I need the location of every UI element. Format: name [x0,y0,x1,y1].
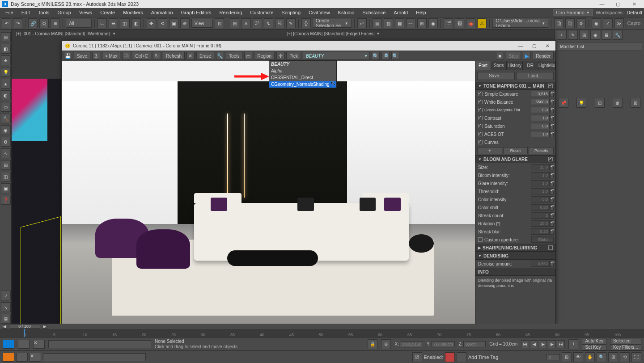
material-editor[interactable]: ◉ [428,18,438,28]
ls-icon[interactable]: ↘ [1,302,11,312]
select-name-button[interactable]: ☰ [109,18,118,28]
pivot-button[interactable]: ⊡ [215,18,224,28]
menu-views[interactable]: Views [76,9,96,16]
ls-icon[interactable]: ★ [1,55,11,65]
ls-icon[interactable]: ◫ [1,172,11,182]
select-rect-button[interactable]: ◫ [120,18,129,28]
ls-icon[interactable]: ⊞ [1,160,11,170]
dd-item-direct[interactable]: CESSENTIAL_Direct [269,74,336,81]
nav-icon[interactable]: ⊞ [608,352,618,362]
vfb-close[interactable]: ✕ [542,43,553,48]
save-button[interactable]: Save [74,52,90,60]
named-sel-dropdown[interactable]: Create Selection Se▼ [313,19,352,28]
menu-rendering[interactable]: Rendering [216,9,246,16]
spinner[interactable]: ▴▾ [550,115,554,121]
goto-start[interactable]: ⏮ [521,340,529,348]
settings-icon[interactable]: ⚙ [576,18,586,28]
ls-icon[interactable]: ∿ [1,148,11,158]
selection-filter[interactable]: All [66,19,92,28]
key-filters[interactable]: Key Filters... [610,344,641,350]
presets-button[interactable]: Presets [529,147,554,154]
refresh-button[interactable]: Refresh [163,52,185,60]
angle-snap[interactable]: ∆ [241,18,250,28]
left-viewport[interactable] [12,79,61,342]
abs-rel-icon[interactable]: ⊕ [381,339,391,349]
menu-customize[interactable]: Customize [246,9,277,16]
link-button[interactable]: 🔗 [28,18,38,28]
zoom-fit-icon[interactable]: 🔍 [372,52,380,60]
section-denoise[interactable]: ▼DENOISING [475,252,555,260]
motion-tab[interactable]: ◉ [590,30,600,40]
spinner[interactable]: ▴▾ [550,228,554,235]
pick-button[interactable]: Pick [286,52,301,60]
select-object-button[interactable]: ▭ [97,18,107,28]
render-view[interactable] [62,61,475,324]
size-value[interactable]: 15,0 [531,164,550,170]
setkey-button[interactable]: Set Key [582,344,606,350]
ls-icon[interactable]: ↗ [1,291,11,300]
y-value[interactable]: -17,496cm [432,341,455,347]
menu-edit[interactable]: Edit [18,9,34,16]
warning-icon[interactable]: ⚠ [477,18,487,28]
tab-lightmix[interactable]: LightMix [538,61,555,70]
rotate-button[interactable]: ⟲ [158,18,167,28]
tl-ruler[interactable]: 0510152025303540455055606570758085909510… [0,329,644,337]
menu-graph-editors[interactable]: Graph Editors [178,9,215,16]
copy-icon[interactable]: ⿻ [122,52,130,60]
corona-icon[interactable]: ◉ [592,18,601,28]
spinner[interactable]: ▴▾ [550,164,554,170]
menu-scripting[interactable]: Scripting [278,9,304,16]
snap-toggle[interactable]: ⊞ [230,18,239,28]
vfb-maximize[interactable]: ▢ [529,43,539,48]
curve-editor[interactable]: 〰 [406,18,415,28]
remove-mod[interactable]: 🗑 [613,98,623,108]
menu-tools[interactable]: Tools [34,9,53,16]
add-operator-button[interactable]: + [477,147,502,154]
play-icon[interactable]: ▶ [523,52,531,60]
hierarchy-tab[interactable]: ⊞ [579,30,589,40]
zoom-region-icon[interactable]: 🔍 [391,52,399,60]
play[interactable]: ▶ [539,340,547,348]
next-frame[interactable]: ▶ [548,340,556,348]
section-info[interactable]: INFO [475,268,555,276]
menu-create[interactable]: Create [97,9,119,16]
spinner[interactable]: ▴▾ [550,204,554,211]
render-frame[interactable]: 🖼 [455,18,464,28]
modifier-list[interactable]: Modifier List [557,42,642,51]
schematic-view[interactable]: ⊞ [417,18,427,28]
close-button[interactable]: ✕ [626,1,642,7]
goto-end[interactable]: ⏭ [557,340,565,348]
ls-icon[interactable]: ▲ [1,79,11,89]
align-button[interactable]: ▤ [373,18,382,28]
section-sharpen[interactable]: ▶SHARPENING/BLURRING [475,244,555,252]
maxscript-icon[interactable] [3,340,14,349]
tomax-button[interactable]: > Max [102,52,121,60]
stop-icon[interactable]: ■ [496,52,504,60]
bind-button[interactable]: ≋ [51,18,60,28]
region-button[interactable]: Region [254,52,275,60]
ls-icon[interactable]: ⊞ [1,32,11,42]
ls-icon[interactable]: ❓ [1,195,11,205]
render-production[interactable]: 🫖 [466,18,475,28]
spinner-snap[interactable]: ↯ [264,18,273,28]
modify-tab[interactable]: ✎ [568,30,578,40]
user-dropdown[interactable]: Ciro Sannino▼ [553,9,593,16]
command-input[interactable] [43,353,146,361]
save-preset-button[interactable]: Save... [477,72,515,80]
enabled-grey[interactable] [457,352,466,362]
wb-value[interactable]: 6500,0 [531,99,550,105]
move-button[interactable]: ✥ [147,18,156,28]
make-unique[interactable]: ⊡ [595,98,605,108]
listener-icon[interactable] [18,340,30,349]
nav-icon[interactable]: 👁 [573,352,583,362]
ls-icon[interactable]: 🔨 [1,114,11,123]
paste-icon[interactable]: ⿻ [565,18,575,28]
menu-civil-view[interactable]: Civil View [305,9,333,16]
render-setup[interactable]: 🎬 [444,18,453,28]
zoom-1to1-icon[interactable]: 🔎 [381,52,390,60]
refresh-icon[interactable]: ↻ [153,52,161,60]
menu-file[interactable]: File [2,9,17,16]
utilities-tab[interactable]: 🔧 [613,30,623,40]
window-cross-button[interactable]: ◧ [131,18,141,28]
erase-button[interactable]: Erase [196,52,214,60]
